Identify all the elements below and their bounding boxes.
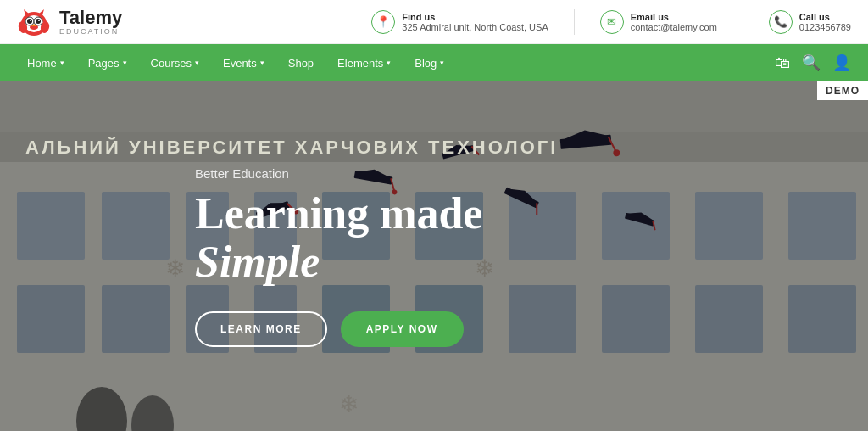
find-us-label: Find us — [402, 12, 548, 22]
contact-find-us: 📍 Find us 325 Admiral unit, North Coast,… — [371, 10, 548, 34]
location-icon: 📍 — [371, 10, 395, 34]
demo-badge: DEMO — [817, 81, 868, 100]
svg-point-5 — [36, 19, 41, 24]
home-chevron-icon: ▾ — [60, 59, 64, 67]
email-icon: ✉ — [600, 10, 624, 34]
svg-point-6 — [30, 20, 31, 21]
call-block: Call us 0123456789 — [799, 12, 851, 32]
nav-courses[interactable]: Courses ▾ — [141, 52, 209, 75]
nav-shop[interactable]: Shop — [278, 52, 324, 75]
find-us-block: Find us 325 Admiral unit, North Coast, U… — [402, 12, 548, 32]
cart-icon[interactable]: 🛍 — [775, 54, 790, 72]
blog-chevron-icon: ▾ — [440, 59, 444, 67]
logo-text-block: Talemy EDUCATION — [59, 8, 122, 36]
call-label: Call us — [799, 12, 851, 22]
hero-section: ❄ ❄ ❄ — [0, 81, 868, 431]
courses-chevron-icon: ▾ — [195, 59, 199, 67]
logo-icon — [17, 5, 51, 39]
logo-area[interactable]: Talemy EDUCATION — [17, 5, 122, 39]
email-label: Email us — [631, 12, 717, 22]
svg-text:АЛЬНИЙ УНІВЕРСИТЕТ ХАРЧОВИХ ТЕ: АЛЬНИЙ УНІВЕРСИТЕТ ХАРЧОВИХ ТЕХНОЛОГІ — [25, 137, 558, 158]
hero-title-line2: Simple — [195, 238, 482, 286]
nav-links: Home ▾ Pages ▾ Courses ▾ Events ▾ Shop E… — [17, 52, 454, 75]
svg-point-4 — [27, 19, 32, 24]
find-us-value: 325 Admiral unit, North Coast, USA — [402, 22, 548, 32]
learn-more-button[interactable]: LEARN MORE — [195, 311, 327, 347]
nav-blog[interactable]: Blog ▾ — [404, 52, 454, 75]
call-value: 0123456789 — [799, 22, 851, 32]
logo-sub: EDUCATION — [59, 27, 122, 36]
search-icon[interactable]: 🔍 — [802, 53, 821, 72]
logo-name: Talemy — [59, 8, 122, 27]
contact-call: 📞 Call us 0123456789 — [769, 10, 851, 34]
hero-buttons: LEARN MORE APPLY NOW — [195, 311, 482, 347]
contact-info: 📍 Find us 325 Admiral unit, North Coast,… — [371, 9, 851, 35]
nav-icons: 🛍 🔍 👤 — [775, 53, 851, 72]
apply-now-button[interactable]: APPLY NOW — [341, 311, 464, 347]
nav-elements[interactable]: Elements ▾ — [327, 52, 401, 75]
email-value: contact@talemy.com — [631, 22, 717, 32]
phone-icon: 📞 — [769, 10, 793, 34]
elements-chevron-icon: ▾ — [387, 59, 391, 67]
divider-1 — [574, 9, 575, 35]
nav-home[interactable]: Home ▾ — [17, 52, 75, 75]
nav-events[interactable]: Events ▾ — [213, 52, 275, 75]
events-chevron-icon: ▾ — [260, 59, 264, 67]
divider-2 — [743, 9, 743, 35]
contact-email: ✉ Email us contact@talemy.com — [600, 10, 717, 34]
top-bar: Talemy EDUCATION 📍 Find us 325 Admiral u… — [0, 0, 868, 44]
pages-chevron-icon: ▾ — [123, 59, 127, 67]
user-icon[interactable]: 👤 — [832, 53, 851, 72]
nav-bar: Home ▾ Pages ▾ Courses ▾ Events ▾ Shop E… — [0, 44, 868, 81]
hero-content: Better Education Learning made Simple LE… — [195, 166, 482, 347]
email-block: Email us contact@talemy.com — [631, 12, 717, 32]
hero-subtitle: Better Education — [195, 166, 482, 181]
svg-point-7 — [38, 20, 40, 21]
hero-title-line1: Learning made — [195, 189, 482, 238]
nav-pages[interactable]: Pages ▾ — [78, 52, 137, 75]
